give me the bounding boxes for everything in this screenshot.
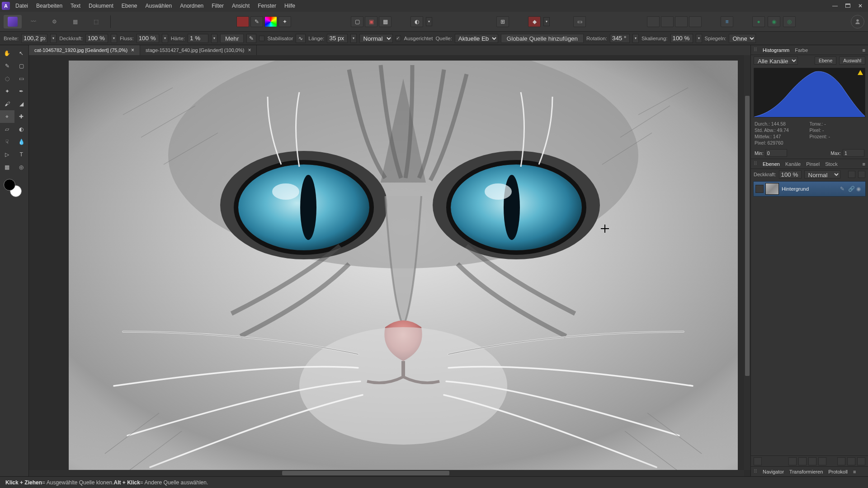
fill-tool[interactable]: ◢	[14, 98, 29, 110]
skalierung-dropdown[interactable]: ▾	[696, 34, 702, 43]
horizontal-scrollbar[interactable]	[29, 470, 744, 476]
smudge-tool[interactable]: ☟	[0, 136, 14, 148]
document-tab-1[interactable]: cat-1045782_1920.jpg [Geändert] (75,0%) …	[29, 45, 140, 55]
assistant-dropdown[interactable]: ▾	[543, 17, 550, 26]
stock-button-3[interactable]: ◎	[783, 16, 796, 27]
brush-preset-button[interactable]: ✎	[250, 16, 263, 27]
menu-dokument[interactable]: Dokument	[88, 1, 114, 10]
layer-lock-button[interactable]	[858, 171, 865, 178]
close-tab-icon[interactable]: ×	[131, 47, 134, 53]
arrange-3[interactable]	[675, 16, 688, 27]
tab-transformieren[interactable]: Transformieren	[789, 469, 823, 474]
document-canvas[interactable]	[69, 61, 738, 476]
channels-select[interactable]: Alle Kanäle	[754, 56, 798, 65]
menu-text[interactable]: Text	[70, 1, 81, 10]
panel-menu-icon[interactable]: ≡	[863, 47, 865, 53]
min-input[interactable]	[765, 149, 787, 157]
text-tool[interactable]: T	[14, 148, 29, 161]
develop-persona-button[interactable]: ⚙	[45, 15, 63, 28]
rope-icon[interactable]: ∿	[296, 34, 306, 43]
color-picker-tool[interactable]: ✎	[0, 60, 14, 72]
account-button[interactable]	[851, 15, 864, 28]
photo-persona-button[interactable]	[4, 15, 22, 28]
tab-navigator[interactable]: Navigator	[763, 469, 784, 474]
panel-menu-icon[interactable]: ≡	[863, 161, 865, 167]
layer-livefilter-button[interactable]	[808, 457, 816, 465]
blur-tool[interactable]: 💧	[14, 136, 29, 148]
swatch-red-button[interactable]	[236, 16, 249, 27]
brush-tool[interactable]: 🖌	[0, 98, 14, 110]
rotation-dropdown[interactable]: ▾	[632, 34, 639, 43]
max-input[interactable]	[843, 149, 864, 157]
select-new-button[interactable]: ▢	[351, 16, 363, 27]
layer-delete-button[interactable]	[857, 457, 865, 465]
stock-button[interactable]: ●	[752, 16, 765, 27]
menu-bearbeiten[interactable]: Bearbeiten	[35, 1, 63, 10]
picker-button[interactable]: ✦	[278, 16, 291, 27]
eraser-tool[interactable]: ▱	[0, 123, 14, 136]
foreground-color-swatch[interactable]	[4, 179, 15, 191]
liquify-persona-button[interactable]: 〰	[24, 15, 42, 28]
mesh-tool[interactable]: ▦	[0, 161, 14, 174]
quickmask-button[interactable]: ◐	[410, 16, 423, 27]
marquee-tool[interactable]: ▭	[14, 72, 29, 85]
skalierung-input[interactable]	[670, 34, 693, 43]
quickmask-dropdown[interactable]: ▾	[426, 17, 432, 26]
clone-tool[interactable]: ⌖	[0, 110, 14, 123]
assistant-button[interactable]: ◆	[528, 16, 541, 27]
menu-hilfe[interactable]: Hilfe	[283, 1, 296, 10]
arrange-4[interactable]	[689, 16, 702, 27]
node-tool[interactable]: ▷	[0, 148, 14, 161]
layer-group-button[interactable]	[818, 457, 826, 465]
close-button[interactable]: ✕	[854, 2, 866, 10]
color-wheel-button[interactable]	[264, 16, 277, 27]
pen-tool[interactable]: ✒	[14, 85, 29, 98]
breite-dropdown[interactable]: ▾	[50, 34, 57, 43]
minimize-button[interactable]: —	[829, 2, 841, 10]
laenge-dropdown[interactable]: ▾	[350, 34, 357, 43]
ausgerichtet-checkbox[interactable]	[396, 36, 401, 41]
arrange-2[interactable]	[661, 16, 674, 27]
deckkraft-input[interactable]	[85, 34, 108, 43]
hand-tool[interactable]: ✋	[0, 47, 14, 60]
layer-opacity-input[interactable]	[779, 170, 802, 178]
healing-tool[interactable]: ✚	[14, 110, 29, 123]
menu-fenster[interactable]: Fenster	[257, 1, 277, 10]
maximize-button[interactable]: 🗖	[842, 2, 854, 10]
flood-select-tool[interactable]: ✦	[0, 85, 14, 98]
blendmode-select[interactable]: Normal	[359, 34, 393, 43]
layer-add-mask-button[interactable]	[847, 457, 855, 465]
select-intersect-button[interactable]: ▦	[379, 16, 392, 27]
tab-pinsel[interactable]: Pinsel	[806, 161, 820, 167]
layer-add-pixel-button[interactable]	[837, 457, 845, 465]
menu-anordnen[interactable]: Anordnen	[179, 1, 204, 10]
layer-visibility-checkbox[interactable]	[755, 185, 764, 193]
layer-edit-icon[interactable]: ✎	[840, 186, 846, 192]
menu-ebene[interactable]: Ebene	[121, 1, 138, 10]
rotation-input[interactable]	[610, 34, 630, 43]
spiegeln-select[interactable]: Ohne	[729, 34, 756, 43]
tab-farbe[interactable]: Farbe	[795, 47, 808, 53]
document-tab-2[interactable]: stage-1531427_640.jpg [Geändert] (100,0%…	[140, 45, 257, 55]
canvas-viewport[interactable]	[29, 55, 750, 476]
fluss-input[interactable]	[137, 34, 159, 43]
ebene-button[interactable]: Ebene	[815, 56, 836, 65]
tab-ebenen[interactable]: Ebenen	[763, 161, 780, 167]
pressure-icon[interactable]: ✎	[246, 34, 256, 43]
stabilisator-checkbox[interactable]	[259, 36, 264, 41]
color-swatches[interactable]	[4, 179, 22, 197]
select-add-button[interactable]: ▣	[365, 16, 377, 27]
panel-menu-icon[interactable]: ≡	[853, 469, 856, 474]
tab-stock[interactable]: Stock	[825, 161, 838, 167]
menu-datei[interactable]: Datei	[14, 1, 29, 10]
auswahl-button[interactable]: Auswahl	[839, 56, 865, 65]
export-persona-button[interactable]: ⬚	[87, 15, 105, 28]
tab-protokoll[interactable]: Protokoll	[828, 469, 848, 474]
mehr-button[interactable]: Mehr	[220, 34, 244, 43]
arrange-1[interactable]	[647, 16, 660, 27]
layer-blend-select[interactable]: Normal	[804, 170, 840, 178]
close-tab-icon[interactable]: ×	[248, 47, 251, 53]
haerte-dropdown[interactable]: ▾	[211, 34, 217, 43]
dodge-tool[interactable]: ◐	[14, 123, 29, 136]
layer-link-icon[interactable]: 🔗	[848, 186, 854, 192]
